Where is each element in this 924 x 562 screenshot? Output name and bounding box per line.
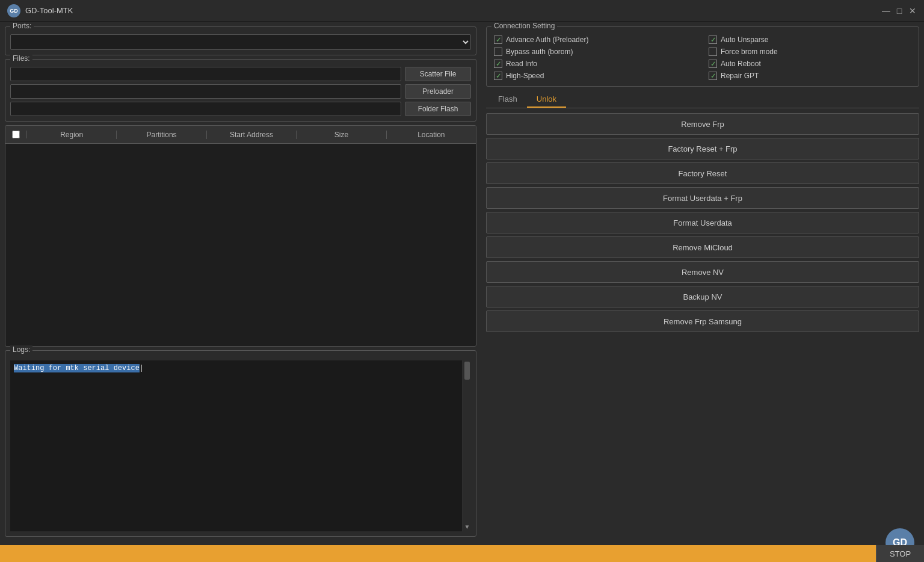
scatter-file-button[interactable]: Scatter File [405, 67, 471, 81]
col-start-address: Start Address [207, 131, 297, 139]
progress-bar-fill [0, 545, 876, 562]
remove-frp-button[interactable]: Remove Frp [486, 113, 919, 135]
high-speed-label: High-Speed [506, 72, 544, 80]
scrollbar-down[interactable]: ▼ [463, 523, 471, 530]
progress-bar-container: STOP [0, 545, 924, 562]
preloader-button[interactable]: Preloader [405, 84, 471, 99]
connection-label: Connection Setting [491, 22, 557, 30]
file-row-1: Scatter File [10, 67, 471, 81]
connection-settings: Connection Setting ✓ Advance Auth (Prelo… [486, 26, 919, 87]
checkbox-repair-gpt: ✓ Repair GPT [709, 72, 911, 80]
checkbox-force-brom: Force brom mode [709, 48, 911, 56]
remove-frp-samsung-button[interactable]: Remove Frp Samsung [486, 310, 919, 332]
minimize-button[interactable]: — [882, 7, 890, 15]
files-fieldset: Files: Scatter File Preloader Folder Fla… [5, 59, 476, 122]
unlock-buttons-panel: Remove Frp Factory Reset + Frp Factory R… [486, 113, 919, 519]
force-brom-checkbox[interactable] [709, 48, 717, 56]
select-all-checkbox[interactable] [5, 131, 27, 138]
format-userdata-button[interactable]: Format Userdata [486, 212, 919, 233]
ports-fieldset: Ports: [5, 26, 476, 55]
checkbox-auto-unsparse: ✓ Auto Unsparse [709, 36, 911, 44]
scatter-file-input[interactable] [10, 67, 401, 81]
col-location: Location [387, 131, 476, 139]
high-speed-checkbox[interactable]: ✓ [494, 72, 502, 80]
factory-reset-button[interactable]: Factory Reset [486, 162, 919, 184]
ports-label: Ports: [10, 22, 34, 30]
left-panel: Ports: Files: Scatter File Preloader Fol… [0, 22, 481, 562]
checkbox-high-speed: ✓ High-Speed [494, 72, 697, 80]
tab-flash[interactable]: Flash [488, 91, 527, 108]
folder-flash-button[interactable]: Folder Flash [405, 102, 471, 116]
logs-scrollbar[interactable]: ▲ ▼ [463, 360, 471, 531]
table-header: Region Partitions Start Address Size Loc… [5, 126, 476, 144]
checkbox-bypass-auth: Bypass auth (borom) [494, 48, 697, 56]
table-body [5, 144, 476, 346]
folder-flash-input[interactable] [10, 102, 401, 116]
format-userdata-frp-button[interactable]: Format Userdata + Frp [486, 187, 919, 209]
logs-content: Waiting for mtk serial device| ▲ ▼ [10, 360, 471, 531]
partitions-table: Region Partitions Start Address Size Loc… [5, 125, 476, 347]
auto-unsparse-label: Auto Unsparse [721, 36, 768, 44]
repair-gpt-checkbox[interactable]: ✓ [709, 72, 717, 80]
right-panel: Connection Setting ✓ Advance Auth (Prelo… [481, 22, 924, 562]
maximize-button[interactable]: □ [895, 7, 904, 15]
repair-gpt-label: Repair GPT [721, 72, 759, 80]
remove-micloud-button[interactable]: Remove MiCloud [486, 236, 919, 258]
connection-grid: ✓ Advance Auth (Preloader) ✓ Auto Unspar… [494, 36, 911, 80]
window-controls: — □ ✕ [882, 7, 917, 15]
checkbox-read-info: ✓ Read Info [494, 60, 697, 68]
log-selected-text: Waiting for mtk serial device [14, 364, 140, 372]
left-panel-inner: Ports: Files: Scatter File Preloader Fol… [5, 26, 476, 557]
logs-text-area[interactable]: Waiting for mtk serial device| [10, 360, 463, 531]
logo-text: GD [10, 8, 18, 14]
files-label: Files: [10, 54, 32, 63]
tabs-bar: Flash Unlok [486, 91, 919, 108]
auto-unsparse-checkbox[interactable]: ✓ [709, 36, 717, 44]
checkbox-auto-reboot: ✓ Auto Reboot [709, 60, 911, 68]
header-checkbox[interactable] [12, 131, 20, 138]
app-logo: GD [7, 4, 20, 17]
file-row-3: Folder Flash [10, 102, 471, 116]
backup-nv-button[interactable]: Backup NV [486, 286, 919, 307]
col-size: Size [297, 131, 386, 139]
app-title: GD-Tool-MTK [25, 6, 73, 15]
tab-unlok[interactable]: Unlok [527, 91, 566, 108]
col-partitions: Partitions [117, 131, 206, 139]
read-info-checkbox[interactable]: ✓ [494, 60, 502, 68]
factory-reset-frp-button[interactable]: Factory Reset + Frp [486, 138, 919, 159]
scrollbar-thumb[interactable] [464, 362, 470, 380]
col-region: Region [27, 131, 117, 139]
file-row-2: Preloader [10, 84, 471, 99]
read-info-label: Read Info [506, 60, 537, 68]
main-layout: Ports: Files: Scatter File Preloader Fol… [0, 22, 924, 562]
remove-nv-button[interactable]: Remove NV [486, 261, 919, 283]
preloader-input[interactable] [10, 84, 401, 99]
logs-fieldset: Logs: Waiting for mtk serial device| ▲ ▼ [5, 350, 476, 537]
stop-button[interactable]: STOP [876, 545, 924, 562]
ports-select[interactable] [10, 34, 471, 50]
cursor: | [140, 364, 144, 372]
titlebar: GD GD-Tool-MTK — □ ✕ [0, 0, 924, 22]
force-brom-label: Force brom mode [721, 48, 778, 56]
close-button[interactable]: ✕ [908, 7, 917, 15]
bypass-auth-label: Bypass auth (borom) [506, 48, 573, 56]
logs-label: Logs: [10, 345, 32, 354]
auto-reboot-checkbox[interactable]: ✓ [709, 60, 717, 68]
checkbox-advance-auth: ✓ Advance Auth (Preloader) [494, 36, 697, 44]
advance-auth-label: Advance Auth (Preloader) [506, 36, 588, 44]
bypass-auth-checkbox[interactable] [494, 48, 502, 56]
advance-auth-checkbox[interactable]: ✓ [494, 36, 502, 44]
auto-reboot-label: Auto Reboot [721, 60, 761, 68]
